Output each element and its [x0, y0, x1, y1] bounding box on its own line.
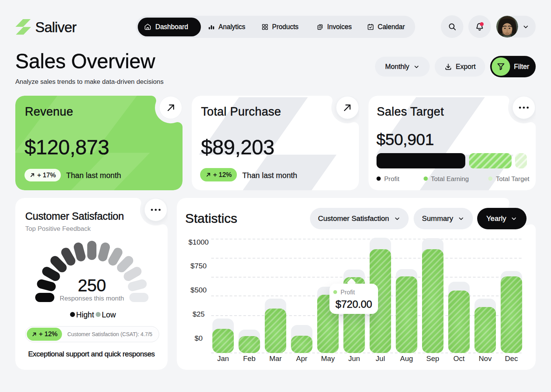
- svg-text:$0: $0: [194, 334, 202, 342]
- svg-text:$750: $750: [191, 262, 207, 270]
- svg-text:Jul: Jul: [376, 354, 385, 363]
- svg-text:Sep: Sep: [426, 354, 439, 363]
- svg-text:Aug: Aug: [400, 354, 413, 363]
- svg-text:Jun: Jun: [348, 354, 360, 363]
- svg-text:$25: $25: [192, 310, 205, 318]
- svg-text:Dec: Dec: [505, 354, 518, 363]
- svg-text:$1000: $1000: [189, 238, 209, 246]
- svg-text:$500: $500: [191, 286, 207, 294]
- svg-text:Oct: Oct: [453, 354, 465, 363]
- svg-text:Jan: Jan: [217, 354, 229, 363]
- svg-text:May: May: [321, 354, 335, 363]
- svg-text:Apr: Apr: [296, 354, 308, 363]
- svg-text:Mar: Mar: [269, 354, 282, 363]
- svg-text:Nov: Nov: [479, 354, 492, 363]
- svg-text:Feb: Feb: [243, 354, 256, 363]
